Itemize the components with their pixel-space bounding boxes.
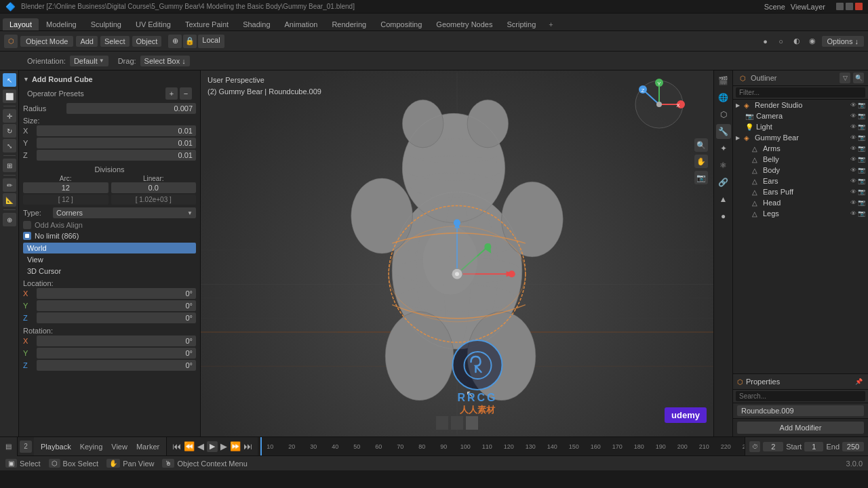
item-icon-modifier[interactable]: 🔧 [716, 124, 731, 139]
outliner-item-light[interactable]: 💡 Light 👁 📷 [733, 121, 868, 132]
loc-x-input[interactable]: 0° [37, 288, 196, 299]
modifier-panel-pin[interactable]: 📌 [853, 376, 864, 387]
maximize-btn[interactable] [846, 3, 853, 10]
item-icon-particles[interactable]: ✦ [716, 141, 731, 156]
modifier-object-name[interactable]: Roundcube.009 [737, 405, 864, 416]
section-toggle[interactable]: ▼ Add Round Cube [23, 73, 196, 85]
outliner-item-head[interactable]: △ Head 👁 📷 [733, 197, 868, 208]
timeline-ruler[interactable]: 10 20 30 40 50 60 70 80 90 100 110 120 1… [258, 437, 745, 455]
rot-z-input[interactable]: 0° [37, 360, 196, 371]
select-menu-btn[interactable]: Select [100, 36, 130, 47]
tool-scale[interactable]: ⤡ [3, 139, 16, 152]
tab-texture-paint[interactable]: Texture Paint [178, 18, 235, 30]
add-menu-btn[interactable]: Add [76, 36, 98, 47]
editor-type-btn[interactable]: ⬡ [4, 35, 18, 48]
viewport-gizmo-btn[interactable]: ⊕ [168, 35, 182, 48]
viewport-lock-btn[interactable]: 🔒 [183, 35, 197, 48]
select-box-dropdown[interactable]: Select Box ↓ [140, 56, 190, 66]
modifier-search-input[interactable] [736, 391, 865, 401]
play-btn[interactable]: ▶ [207, 441, 218, 452]
outliner-item-legs[interactable]: △ Legs 👁 📷 [733, 208, 868, 219]
loc-y-input[interactable]: 0° [37, 300, 196, 311]
outliner-item-arms[interactable]: △ Arms 👁 📷 [733, 143, 868, 154]
object-menu-btn[interactable]: Object [132, 36, 162, 47]
outliner-search-input[interactable] [736, 87, 865, 98]
tab-shading[interactable]: Shading [236, 18, 277, 30]
start-frame-input[interactable]: 1 [804, 442, 823, 451]
hand-icon[interactable]: ✋ [694, 155, 708, 168]
playback-menu[interactable]: Playback [37, 441, 75, 452]
tool-add[interactable]: ⊕ [3, 213, 16, 226]
tool-transform[interactable]: ⊞ [3, 159, 16, 172]
outliner-search-btn[interactable]: 🔍 [853, 73, 864, 83]
size-x-input[interactable]: 0.01 [37, 125, 196, 136]
tool-rotate[interactable]: ↻ [3, 124, 16, 138]
camera-icon[interactable]: 📷 [694, 171, 708, 184]
tab-uv-editing[interactable]: UV Editing [129, 18, 178, 30]
tab-sculpting[interactable]: Sculpting [84, 18, 128, 30]
tab-geometry-nodes[interactable]: Geometry Nodes [429, 18, 499, 30]
close-btn[interactable] [855, 3, 863, 10]
magnify-icon[interactable]: 🔍 [694, 138, 708, 152]
view-option[interactable]: View [23, 254, 196, 265]
view-menu-tl[interactable]: View [107, 441, 132, 452]
current-frame-icon[interactable]: ⏱ [749, 441, 760, 452]
object-mode-btn[interactable]: Object Mode [20, 36, 73, 47]
tool-select[interactable]: ⬜ [3, 89, 16, 103]
item-icon-data[interactable]: ▲ [716, 192, 731, 207]
material-preview-btn[interactable]: ◐ [790, 35, 804, 48]
options-btn[interactable]: Options ↓ [822, 36, 864, 47]
op-add-btn[interactable]: + [165, 87, 178, 100]
tool-cursor[interactable]: ↖ [3, 73, 16, 87]
tab-add[interactable]: + [543, 18, 558, 30]
solid-shading-btn[interactable]: ● [759, 35, 772, 48]
item-icon-constraints[interactable]: 🔗 [716, 175, 731, 190]
type-dropdown[interactable]: Corners ▼ [53, 207, 196, 218]
timeline-editor-icon[interactable]: ▤ [0, 437, 18, 456]
odd-axis-checkbox[interactable] [23, 221, 31, 229]
next-frame-btn[interactable]: ⏩ [230, 441, 241, 451]
outliner-filter-btn[interactable]: ▽ [840, 73, 850, 83]
item-icon-material[interactable]: ● [716, 209, 731, 224]
marker-menu[interactable]: Marker [132, 441, 163, 452]
outliner-item-body[interactable]: △ Body 👁 📷 [733, 165, 868, 176]
orientation-dropdown[interactable]: Default ▼ [70, 56, 108, 66]
jump-next-btn[interactable]: ▶ [220, 441, 227, 451]
item-icon-scene[interactable]: 🎬 [716, 73, 731, 88]
no-limit-checkbox[interactable] [23, 232, 31, 240]
item-icon-object[interactable]: ⬡ [716, 107, 731, 122]
wireframe-btn[interactable]: ○ [774, 35, 788, 48]
viewport-3d[interactable]: ↖ User Perspective (2) Gummy Bear | Roun… [201, 70, 713, 436]
tab-layout[interactable]: Layout [3, 18, 39, 30]
add-modifier-btn[interactable]: Add Modifier [737, 422, 864, 434]
outliner-item-ears[interactable]: △ Ears 👁 📷 [733, 176, 868, 186]
outliner-item-render-studio[interactable]: ▶ ◈ Render Studio 👁 📷 [733, 100, 868, 110]
radius-input[interactable]: 0.007 [66, 103, 196, 114]
keying-menu[interactable]: Keying [76, 441, 107, 452]
tool-annotate[interactable]: ✏ [3, 178, 16, 192]
rendered-btn[interactable]: ◉ [806, 35, 819, 48]
jump-end-btn[interactable]: ⏭ [243, 441, 252, 451]
tool-move[interactable]: ✛ [3, 109, 16, 123]
item-icon-world[interactable]: 🌐 [716, 90, 731, 105]
local-view-btn[interactable]: Local [198, 35, 224, 48]
loc-z-input[interactable]: 0° [37, 312, 196, 323]
cursor-3d-option[interactable]: 3D Cursor [23, 266, 196, 277]
outliner-item-ears-puff[interactable]: △ Ears Puff 👁 📷 [733, 186, 868, 197]
tab-animation[interactable]: Animation [278, 18, 325, 30]
arc-value-input[interactable]: 12 [23, 182, 108, 193]
linear-value-input[interactable]: 0.0 [111, 182, 197, 193]
tl-frame-num[interactable]: 2 [20, 441, 32, 453]
size-y-input[interactable]: 0.01 [37, 138, 196, 148]
jump-start-btn[interactable]: ⏮ [172, 441, 181, 451]
viewport-gizmo-widget[interactable]: X Y Z [632, 77, 686, 131]
prev-frame-btn[interactable]: ⏪ [184, 441, 195, 451]
outliner-item-camera[interactable]: 📷 Camera 👁 📷 [733, 110, 868, 121]
op-remove-btn[interactable]: − [180, 87, 192, 100]
current-frame-input[interactable]: 2 [763, 442, 783, 451]
tab-scripting[interactable]: Scripting [500, 18, 542, 30]
outliner-item-gummy-bear[interactable]: ▶ ◈ Gummy Bear 👁 📷 [733, 132, 868, 143]
minimize-btn[interactable] [836, 3, 844, 10]
size-z-input[interactable]: 0.01 [37, 150, 196, 161]
rot-x-input[interactable]: 0° [37, 336, 196, 346]
